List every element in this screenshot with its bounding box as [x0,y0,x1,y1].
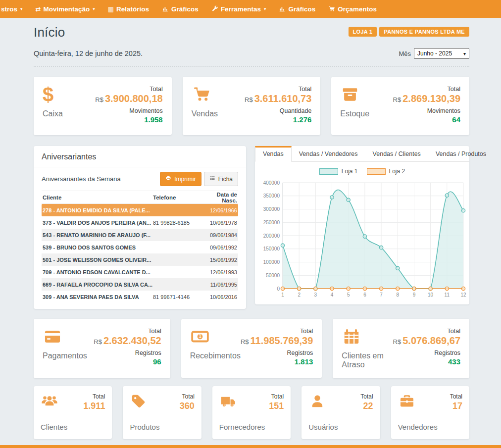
mini-card-produtos: Total 360 Produtos [123,386,201,439]
cell-date: 12/06/1966 [202,207,238,213]
caret-down-icon: ▾ [264,6,266,11]
sales-chart-panel: Vendas Vendas / Vendedores Vendas / Clie… [255,146,469,304]
nav-item-label: stros [1,5,17,13]
store-badges: LOJA 1 PANNOS E PANNOS LTDA ME [349,27,469,37]
cell-client: 709 - ANTONIO EDSON CAVALCANTE D... [42,269,153,275]
total-value: 1.911 [83,401,105,411]
col-header-data: Data de Nasc. [202,192,238,203]
table-row[interactable]: 309 - ANA SEVERINA PAES DA SILVA 81 9967… [42,291,238,303]
count-value: 64 [393,115,460,124]
tab-vendas[interactable]: Vendas [255,146,292,162]
total-value: 360 [180,401,195,411]
svg-text:12: 12 [460,292,466,298]
svg-text:11: 11 [445,292,450,298]
cell-date: 09/06/1992 [202,245,238,250]
exchange-icon: ⇄ [36,6,41,12]
total-value: 3.611.610,73 [254,93,312,104]
card-name: Clientes em Atraso [342,351,393,369]
nav-item-label: Ferramentas [221,5,261,13]
footer-bar [0,445,501,448]
count-value: 433 [393,357,460,366]
count-label: Movimentos [95,107,162,114]
legend-label: Loja 1 [342,168,358,175]
chart-legend: Loja 1 Loja 2 [258,168,466,175]
mini-card-clientes: Total 1.911 Clientes [34,386,112,439]
table-row[interactable]: 709 - ANTONIO EDSON CAVALCANTE D... 12/0… [42,266,238,278]
total-label: Total [245,86,311,93]
card-name: Vendedores [398,423,462,431]
cell-date: 11/06/1995 [202,282,238,288]
nav-item-graficos-2[interactable]: Gráficos [279,5,315,13]
nav-item-ferramentas[interactable]: Ferramentas ▾ [211,5,266,13]
cart-icon [328,5,335,12]
count-label: Registros [393,349,460,356]
print-icon [165,175,171,183]
svg-text:0: 0 [277,286,280,292]
total-value: 2.632.430,52 [103,335,161,346]
table-row[interactable]: 669 - RAFAELA PROCOPIO DA SILVA CA... 11… [42,278,238,291]
store-badge: LOJA 1 [349,27,377,37]
archive-icon [340,85,369,104]
tab-vendas-vendedores[interactable]: Vendas / Vendedores [292,146,365,161]
cell-client: 543 - RENATO MARINHO DE ARAUJO (F... [42,232,153,238]
svg-text:5: 5 [347,292,350,298]
count-label: Quantidade [245,107,311,114]
nav-item-relatorios[interactable]: ▦ Relatórios [108,5,149,13]
nav-item-label: Orçamentos [338,5,377,13]
cell-client: 373 - VALDIR DOS ANJOS PEREIRA (AN... [42,220,153,226]
cell-phone: 81 99828-6185 [153,220,202,226]
birthdays-panel: Aniversariantes Aniversariantes da Seman… [34,146,246,309]
svg-text:7: 7 [380,292,383,298]
nav-item-label: Relatórios [116,5,149,13]
mini-card-usuarios: Total 22 Usuários [301,386,380,439]
svg-text:150000: 150000 [263,246,280,251]
svg-text:400000: 400000 [263,180,280,186]
nav-item-orcamentos[interactable]: Orçamentos [328,5,377,13]
table-row[interactable]: 278 - ANTONIO EMIDIO DA SILVA (PALE... 1… [42,204,238,216]
table-row[interactable]: 543 - RENATO MARINHO DE ARAUJO (F... 09/… [42,229,238,241]
cell-date: 15/06/1992 [202,257,238,263]
nav-item-movimentacao[interactable]: ⇄ Movimentação ▾ [36,5,95,13]
table-row[interactable]: 539 - BRUNO DOS SANTOS GOMES 09/06/1992 [42,241,238,253]
svg-text:6: 6 [363,292,366,298]
ficha-button[interactable]: Ficha [204,172,238,186]
caret-down-icon: ▾ [20,6,23,11]
tab-vendas-produtos[interactable]: Vendas / Produtos [428,146,494,161]
legend-swatch-loja1 [319,168,338,175]
nav-item-label: Gráficos [171,5,199,13]
table-row[interactable]: 501 - JOSE WELISSON GOMES OLIVEIR... 15/… [42,253,238,266]
month-select[interactable]: Junho - 2025 ▾ [414,48,469,59]
card-name: Pagamentos [43,351,87,360]
col-header-telefone: Telefone [153,195,202,200]
svg-text:100000: 100000 [263,259,280,265]
legend-item-loja2: Loja 2 [367,168,405,175]
cell-date: 10/06/1978 [202,220,238,226]
cell-date: 12/06/1993 [202,269,238,275]
svg-text:9: 9 [413,292,416,298]
nav-item-graficos-1[interactable]: Gráficos [162,5,199,13]
cell-client: 501 - JOSE WELISSON GOMES OLIVEIR... [42,257,153,263]
wrench-icon [211,5,218,12]
total-value: 17 [450,401,462,411]
stat-card-vendas: Vendas Total R$3.611.610,73 Quantidade 1… [183,77,321,135]
table-row[interactable]: 373 - VALDIR DOS ANJOS PEREIRA (AN... 81… [42,216,238,229]
birthdays-title: Aniversariantes [34,146,246,167]
legend-swatch-loja2 [367,168,386,175]
legend-item-loja1: Loja 1 [319,168,358,175]
count-label: Registros [241,349,313,356]
card-name: Produtos [130,423,194,431]
card-name: Estoque [340,109,369,118]
current-date: Quinta-feira, 12 de junho de 2025. [34,50,143,57]
money-icon: 1 [190,327,241,347]
caret-down-icon: ▾ [93,6,95,11]
company-badge: PANNOS E PANNOS LTDA ME [379,27,469,37]
print-button[interactable]: Imprimir [160,172,201,186]
nav-item-label: Gráficos [288,5,315,13]
stat-card-recebimentos: 1 Recebimentos Total R$11.985.769,39 Reg… [181,319,322,378]
tab-vendas-clientes[interactable]: Vendas / Clientes [365,146,428,161]
truck-icon [219,393,237,412]
total-value: 22 [360,401,373,411]
cell-client: 278 - ANTONIO EMIDIO DA SILVA (PALE... [42,207,153,213]
birthdays-subtitle: Aniversariantes da Semana [42,175,121,183]
nav-item-cadastros[interactable]: stros ▾ [1,5,23,13]
